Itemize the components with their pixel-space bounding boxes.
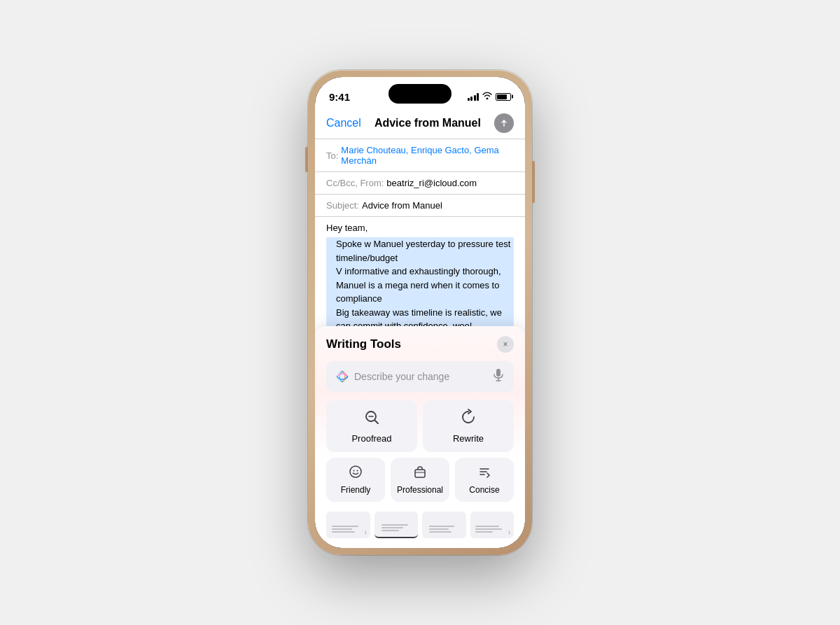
friendly-button[interactable]: Friendly [326,458,385,502]
thumbnail-4[interactable]: ↓ [470,512,514,538]
svg-line-5 [375,421,379,424]
svg-rect-1 [496,369,500,377]
cancel-button[interactable]: Cancel [326,117,361,129]
thumbnail-2[interactable] [374,512,419,538]
thumbnail-3[interactable] [422,512,466,538]
dynamic-island [388,84,451,104]
proofread-icon [363,409,380,429]
describe-left: Describe your change [336,370,449,383]
svg-point-0 [337,372,348,382]
send-button[interactable] [494,113,514,133]
body-greeting: Hey team, [326,223,514,233]
rewrite-icon [460,409,477,429]
phone-frame: 9:41 [308,70,532,555]
to-value: Marie Chouteau, Enrique Gacto, Gema Merc… [341,145,514,166]
svg-point-8 [354,470,355,472]
body-selected-text: Spoke w Manuel yesterday to pressure tes… [326,237,514,326]
friendly-label: Friendly [341,485,371,495]
friendly-icon [349,465,363,482]
rewrite-label: Rewrite [453,433,484,444]
body-selected-region: Spoke w Manuel yesterday to pressure tes… [326,237,514,326]
tools-grid-large: Proofread Rewrite [326,400,514,452]
proofread-label: Proofread [351,433,391,444]
bottom-thumbnails: ↓ [326,507,514,541]
to-label: To: [326,150,338,161]
from-value: beatriz_ri@icloud.com [386,178,477,188]
email-header: Cancel Advice from Manuel [315,108,525,139]
describe-placeholder: Describe your change [354,371,449,382]
email-body[interactable]: Hey team, Spoke w Manuel yesterday to pr… [315,217,525,326]
screen: 9:41 [315,77,525,548]
professional-label: Professional [397,485,443,495]
concise-label: Concise [469,485,499,495]
svg-rect-10 [415,470,425,477]
tools-grid-small: Friendly Professional [326,458,514,502]
close-button[interactable]: × [497,336,514,353]
writing-tools-panel: Writing Tools × [315,326,525,548]
mic-button[interactable] [493,368,504,385]
subject-label: Subject: [326,200,359,211]
svg-point-7 [350,466,361,477]
cc-bcc-field[interactable]: Cc/Bcc, From: beatriz_ri@icloud.com [315,172,525,195]
thumb-arrow-down-4: ↓ [507,528,511,535]
cc-bcc-label: Cc/Bcc, From: [326,178,384,188]
to-field[interactable]: To: Marie Chouteau, Enrique Gacto, Gema … [315,139,525,172]
professional-button[interactable]: Professional [391,458,449,502]
phone-screen-container: 9:41 [315,77,525,548]
email-compose[interactable]: Cancel Advice from Manuel To: Marie Chou… [315,108,525,548]
signal-icon [468,92,479,101]
status-icons [468,92,512,101]
concise-button[interactable]: Concise [455,458,514,502]
subject-field[interactable]: Subject: Advice from Manuel [315,195,525,217]
thumbnail-1[interactable]: ↓ [326,512,370,538]
svg-point-9 [357,470,358,472]
panel-header: Writing Tools × [326,336,514,353]
describe-change-input[interactable]: Describe your change [326,361,514,392]
thumb-arrow-down-1: ↓ [364,528,368,535]
rewrite-button[interactable]: Rewrite [423,400,514,452]
battery-icon [496,93,511,101]
status-bar: 9:41 [315,77,525,108]
concise-icon [477,465,491,482]
proofread-button[interactable]: Proofread [326,400,417,452]
status-time: 9:41 [329,91,350,103]
email-subject-title: Advice from Manuel [374,117,481,129]
panel-title: Writing Tools [326,337,401,351]
apple-intelligence-icon [336,370,349,383]
professional-icon [413,465,427,482]
subject-value: Advice from Manuel [362,200,442,211]
wifi-icon [482,92,492,101]
